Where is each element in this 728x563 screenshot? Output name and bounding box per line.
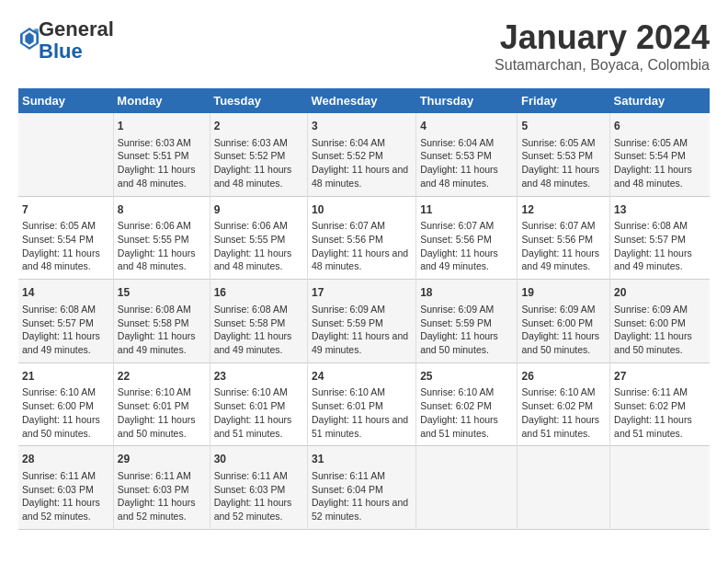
calendar-cell [18, 113, 113, 196]
day-info: Sunrise: 6:08 AMSunset: 5:58 PMDaylight:… [118, 303, 206, 357]
calendar-cell: 19Sunrise: 6:09 AMSunset: 6:00 PMDayligh… [518, 280, 610, 363]
day-info: Sunrise: 6:09 AMSunset: 6:00 PMDaylight:… [614, 303, 706, 357]
calendar-cell: 4Sunrise: 6:04 AMSunset: 5:53 PMDaylight… [416, 113, 518, 196]
week-row-2: 7Sunrise: 6:05 AMSunset: 5:54 PMDaylight… [18, 196, 710, 280]
day-number: 4 [420, 119, 513, 134]
calendar-cell: 24Sunrise: 6:10 AMSunset: 6:01 PMDayligh… [308, 362, 416, 446]
weekday-header-monday: Monday [113, 88, 210, 113]
day-number: 8 [118, 202, 206, 218]
day-info: Sunrise: 6:09 AMSunset: 6:00 PMDaylight:… [521, 303, 606, 357]
calendar-cell: 17Sunrise: 6:09 AMSunset: 5:59 PMDayligh… [308, 280, 416, 363]
main-title: January 2024 [495, 18, 710, 57]
calendar-cell: 23Sunrise: 6:10 AMSunset: 6:01 PMDayligh… [210, 362, 307, 446]
day-info: Sunrise: 6:10 AMSunset: 6:01 PMDaylight:… [118, 385, 206, 440]
day-info: Sunrise: 6:06 AMSunset: 5:55 PMDaylight:… [214, 219, 303, 273]
calendar-cell: 28Sunrise: 6:11 AMSunset: 6:03 PMDayligh… [18, 446, 113, 530]
calendar-cell: 29Sunrise: 6:11 AMSunset: 6:03 PMDayligh… [113, 446, 210, 530]
day-info: Sunrise: 6:04 AMSunset: 5:52 PMDaylight:… [312, 136, 412, 190]
calendar-cell: 7Sunrise: 6:05 AMSunset: 5:54 PMDaylight… [18, 196, 113, 280]
day-info: Sunrise: 6:10 AMSunset: 6:00 PMDaylight:… [22, 385, 109, 440]
logo: General Blue [18, 18, 114, 63]
day-info: Sunrise: 6:03 AMSunset: 5:51 PMDaylight:… [118, 136, 206, 190]
day-info: Sunrise: 6:08 AMSunset: 5:57 PMDaylight:… [22, 303, 109, 357]
day-info: Sunrise: 6:11 AMSunset: 6:02 PMDaylight:… [614, 385, 706, 440]
day-info: Sunrise: 6:05 AMSunset: 5:54 PMDaylight:… [614, 136, 706, 190]
weekday-header-sunday: Sunday [18, 88, 113, 113]
calendar-cell: 13Sunrise: 6:08 AMSunset: 5:57 PMDayligh… [610, 196, 710, 280]
day-info: Sunrise: 6:07 AMSunset: 5:56 PMDaylight:… [521, 219, 606, 273]
day-number: 18 [420, 285, 513, 301]
day-info: Sunrise: 6:03 AMSunset: 5:52 PMDaylight:… [214, 136, 303, 190]
day-info: Sunrise: 6:11 AMSunset: 6:03 PMDaylight:… [118, 469, 206, 523]
day-number: 16 [214, 285, 303, 301]
day-number: 17 [312, 285, 412, 301]
day-number: 1 [118, 119, 206, 134]
day-number: 22 [118, 369, 206, 385]
day-number: 6 [614, 119, 706, 134]
day-info: Sunrise: 6:09 AMSunset: 5:59 PMDaylight:… [420, 303, 513, 357]
day-info: Sunrise: 6:05 AMSunset: 5:54 PMDaylight:… [22, 219, 109, 273]
day-number: 27 [614, 369, 706, 385]
day-info: Sunrise: 6:10 AMSunset: 6:01 PMDaylight:… [312, 385, 412, 440]
day-info: Sunrise: 6:08 AMSunset: 5:57 PMDaylight:… [614, 219, 706, 273]
weekday-header-row: SundayMondayTuesdayWednesdayThursdayFrid… [18, 88, 710, 113]
day-number: 2 [214, 119, 303, 134]
day-number: 30 [214, 452, 303, 467]
logo-general-text: General [39, 17, 114, 40]
day-number: 28 [22, 452, 109, 467]
calendar-cell: 31Sunrise: 6:11 AMSunset: 6:04 PMDayligh… [308, 446, 416, 530]
calendar-cell: 12Sunrise: 6:07 AMSunset: 5:56 PMDayligh… [518, 196, 610, 280]
calendar-cell: 9Sunrise: 6:06 AMSunset: 5:55 PMDaylight… [210, 196, 307, 280]
page-header: General Blue January 2024 Sutamarchan, B… [18, 18, 710, 74]
day-info: Sunrise: 6:09 AMSunset: 5:59 PMDaylight:… [312, 303, 412, 357]
day-number: 14 [22, 285, 109, 301]
day-info: Sunrise: 6:04 AMSunset: 5:53 PMDaylight:… [420, 136, 513, 190]
day-number: 19 [521, 285, 606, 301]
day-number: 5 [521, 119, 606, 134]
week-row-4: 21Sunrise: 6:10 AMSunset: 6:00 PMDayligh… [18, 362, 710, 446]
weekday-header-tuesday: Tuesday [210, 88, 307, 113]
day-number: 10 [312, 202, 412, 218]
day-info: Sunrise: 6:11 AMSunset: 6:03 PMDaylight:… [214, 469, 303, 523]
calendar-cell: 30Sunrise: 6:11 AMSunset: 6:03 PMDayligh… [210, 446, 307, 530]
calendar-cell [518, 446, 610, 530]
calendar-cell: 20Sunrise: 6:09 AMSunset: 6:00 PMDayligh… [610, 280, 710, 363]
day-number: 12 [521, 202, 606, 218]
calendar-cell [416, 446, 518, 530]
calendar-cell: 21Sunrise: 6:10 AMSunset: 6:00 PMDayligh… [18, 362, 113, 446]
calendar-cell: 2Sunrise: 6:03 AMSunset: 5:52 PMDaylight… [210, 113, 307, 196]
day-info: Sunrise: 6:11 AMSunset: 6:03 PMDaylight:… [22, 469, 109, 523]
day-info: Sunrise: 6:11 AMSunset: 6:04 PMDaylight:… [312, 469, 412, 523]
day-number: 24 [312, 369, 412, 385]
calendar-cell: 22Sunrise: 6:10 AMSunset: 6:01 PMDayligh… [113, 362, 210, 446]
calendar-cell: 1Sunrise: 6:03 AMSunset: 5:51 PMDaylight… [113, 113, 210, 196]
day-info: Sunrise: 6:07 AMSunset: 5:56 PMDaylight:… [312, 219, 412, 273]
calendar-cell [610, 446, 710, 530]
day-number: 31 [312, 452, 412, 467]
calendar-cell: 16Sunrise: 6:08 AMSunset: 5:58 PMDayligh… [210, 280, 307, 363]
logo-icon [20, 28, 39, 50]
weekday-header-wednesday: Wednesday [308, 88, 416, 113]
weekday-header-friday: Friday [518, 88, 610, 113]
day-info: Sunrise: 6:10 AMSunset: 6:02 PMDaylight:… [420, 385, 513, 440]
day-number: 23 [214, 369, 303, 385]
calendar-cell: 3Sunrise: 6:04 AMSunset: 5:52 PMDaylight… [308, 113, 416, 196]
title-block: January 2024 Sutamarchan, Boyaca, Colomb… [495, 18, 710, 74]
calendar-cell: 15Sunrise: 6:08 AMSunset: 5:58 PMDayligh… [113, 280, 210, 363]
calendar-table: SundayMondayTuesdayWednesdayThursdayFrid… [18, 88, 710, 530]
calendar-cell: 14Sunrise: 6:08 AMSunset: 5:57 PMDayligh… [18, 280, 113, 363]
day-info: Sunrise: 6:05 AMSunset: 5:53 PMDaylight:… [521, 136, 606, 190]
weekday-header-thursday: Thursday [416, 88, 518, 113]
subtitle: Sutamarchan, Boyaca, Colombia [495, 57, 710, 74]
week-row-3: 14Sunrise: 6:08 AMSunset: 5:57 PMDayligh… [18, 280, 710, 363]
day-number: 9 [214, 202, 303, 218]
day-info: Sunrise: 6:10 AMSunset: 6:01 PMDaylight:… [214, 385, 303, 440]
week-row-5: 28Sunrise: 6:11 AMSunset: 6:03 PMDayligh… [18, 446, 710, 530]
week-row-1: 1Sunrise: 6:03 AMSunset: 5:51 PMDaylight… [18, 113, 710, 196]
calendar-cell: 25Sunrise: 6:10 AMSunset: 6:02 PMDayligh… [416, 362, 518, 446]
calendar-cell: 8Sunrise: 6:06 AMSunset: 5:55 PMDaylight… [113, 196, 210, 280]
day-number: 20 [614, 285, 706, 301]
calendar-cell: 26Sunrise: 6:10 AMSunset: 6:02 PMDayligh… [518, 362, 610, 446]
day-info: Sunrise: 6:08 AMSunset: 5:58 PMDaylight:… [214, 303, 303, 357]
calendar-cell: 18Sunrise: 6:09 AMSunset: 5:59 PMDayligh… [416, 280, 518, 363]
